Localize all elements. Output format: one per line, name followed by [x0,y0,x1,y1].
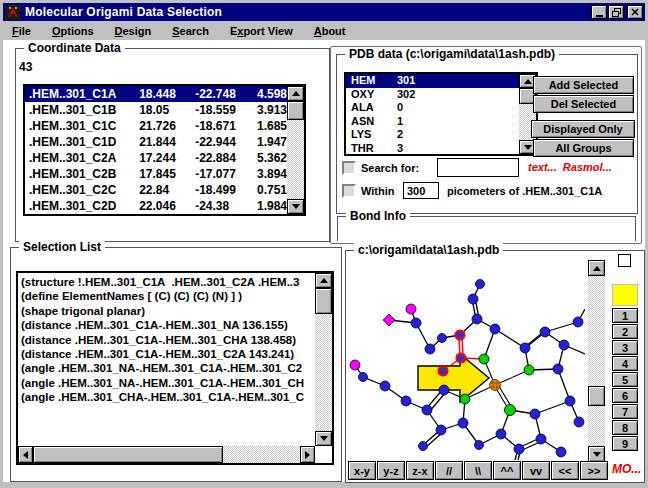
coordinate-row[interactable]: .HEM..301_C2B17.845-17.0773.894 [25,166,287,182]
layer-button-8[interactable]: 8 [612,420,638,435]
menu-about[interactable]: About [314,25,346,37]
search-for-checkbox[interactable] [342,161,356,175]
scroll-thumb[interactable] [588,386,605,406]
arrow-right-icon [305,451,310,459]
arrow-up-icon [593,266,601,271]
restore-icon [612,8,621,17]
selection-v-scrollbar[interactable] [315,273,332,446]
selection-line[interactable]: (distance .HEM..301_C1A-.HEM..301_C2A 14… [21,347,315,361]
view-button-vv[interactable]: vv [522,461,550,480]
app-window: { "window": { "title": "Molecular Origam… [0,0,648,488]
scroll-thumb[interactable] [287,101,304,120]
menu-file[interactable]: File [12,25,31,37]
view-button-[interactable]: << [551,461,579,480]
menu-search[interactable]: Search [172,25,209,37]
pdb-row[interactable]: OXY302 [346,88,519,102]
scroll-down-button[interactable] [315,431,332,446]
pdb-row[interactable]: HEM301 [346,74,519,88]
arrow-down-icon [320,436,328,441]
menu-export-view[interactable]: Export View [230,25,293,37]
displayed-only-button[interactable]: Displayed Only [531,120,635,138]
title-bar[interactable]: Molecular Origami Data Selection [3,3,645,21]
coordinate-row[interactable]: .HEM..301_C2D22.046-24.381.984 [25,198,287,214]
view-button-yz[interactable]: y-z [377,461,405,480]
pdb-row[interactable]: ASN1 [346,115,519,129]
pdb-row[interactable]: THR3 [346,142,519,156]
minimize-button[interactable] [591,5,607,19]
selection-list[interactable]: (structure !.HEM..301_C1A .HEM..301_C2A … [16,271,334,465]
search-input[interactable] [437,158,519,177]
viewer-checkbox[interactable] [618,254,631,267]
selection-list-title: Selection List [19,240,105,254]
layer-button-7[interactable]: 7 [612,404,638,419]
coordinate-row[interactable]: .HEM..301_C1B18.05-18.5593.913 [25,102,287,118]
scroll-left-button[interactable] [18,446,33,463]
coordinate-row[interactable]: .HEM..301_C1C21.726-18.6711.685 [25,118,287,134]
view-button-zx[interactable]: z-x [406,461,434,480]
scroll-right-button[interactable] [300,446,315,463]
scroll-thumb[interactable] [33,446,223,463]
pdb-row[interactable]: LYS2 [346,128,519,142]
view-button-[interactable]: >> [580,461,608,480]
selection-line[interactable]: (define ElementNames [ (C) (C) (C) (N) ]… [21,289,315,303]
arrow-up-icon [320,278,328,283]
close-icon [631,8,639,16]
selection-lines: (structure !.HEM..301_C1A .HEM..301_C2A … [21,275,315,446]
add-selected-button[interactable]: Add Selected [533,76,634,94]
pdb-row[interactable]: ALA0 [346,101,519,115]
molecule-canvas[interactable] [349,262,585,460]
pdb-list[interactable]: HEM301OXY302ALA0ASN1LYS2THR3 [344,72,538,156]
selection-line[interactable]: (structure !.HEM..301_C1A .HEM..301_C2A … [21,275,315,289]
view-button-[interactable]: // [435,461,463,480]
selection-line[interactable]: (angle .HEM..301_NA-.HEM..301_C1A-.HEM..… [21,361,315,375]
coordinate-list[interactable]: .HEM..301_C1A18.448-22.7484.598.HEM..301… [23,84,306,216]
scroll-down-button[interactable] [287,199,304,214]
within-checkbox[interactable] [342,184,356,198]
close-button[interactable] [627,5,643,19]
selection-line[interactable]: (angle .HEM..301_NA-.HEM..301_C1A-.HEM..… [21,376,315,390]
mo-label: MO... [612,462,641,476]
menu-options[interactable]: Options [52,25,94,37]
scroll-down-button[interactable] [588,446,605,462]
molecule-diagram [349,262,585,460]
selection-line[interactable]: (distance .HEM..301_C1A-.HEM..301_CHA 13… [21,333,315,347]
arrow-down-icon [292,204,300,209]
del-selected-button[interactable]: Del Selected [533,95,634,113]
coordinate-scrollbar[interactable] [287,86,304,214]
color-swatch[interactable] [612,284,638,306]
view-button-[interactable]: ^^ [493,461,521,480]
selection-line[interactable]: (shape trigonal planar) [21,304,315,318]
scroll-up-button[interactable] [588,260,605,276]
layer-button-6[interactable]: 6 [612,388,638,403]
arrow-down-icon [593,452,601,457]
layer-button-3[interactable]: 3 [612,340,638,355]
layer-button-4[interactable]: 4 [612,356,638,371]
window-controls [591,5,643,19]
restore-button[interactable] [608,5,624,19]
scroll-thumb[interactable] [315,288,332,314]
scroll-up-button[interactable] [287,86,304,101]
arrow-down-icon [524,145,532,150]
layer-button-5[interactable]: 5 [612,372,638,387]
within-value-input[interactable] [403,182,439,199]
layer-button-2[interactable]: 2 [612,324,638,339]
selection-line[interactable]: (distance .HEM..301_C1A-.HEM..301_NA 136… [21,318,315,332]
selection-line[interactable]: (angle .HEM..301_CHA-.HEM..301_C1A-.HEM.… [21,390,315,404]
scroll-up-button[interactable] [315,273,332,288]
coordinate-row[interactable]: .HEM..301_C2A17.244-22.8845.362 [25,150,287,166]
view-button-[interactable]: \\ [464,461,492,480]
viewer-scrollbar[interactable] [588,260,605,462]
selection-h-scrollbar[interactable] [18,446,315,463]
view-button-xy[interactable]: x-y [348,461,376,480]
bond-info-title: Bond Info [346,209,410,223]
menu-design[interactable]: Design [115,25,152,37]
coordinate-row[interactable]: .HEM..301_C1A18.448-22.7484.598 [25,86,287,102]
layer-button-9[interactable]: 9 [612,436,638,451]
coordinate-row[interactable]: .HEM..301_C2C22.84-18.4990.751 [25,182,287,198]
viewer-title: c:\origami\data\1ash.pdb [354,243,503,257]
within-label: Within [361,185,395,197]
layer-button-1[interactable]: 1 [612,308,638,323]
coordinate-row[interactable]: .HEM..301_C1D21.844-22.9441.947 [25,134,287,150]
all-groups-button[interactable]: All Groups [533,139,634,157]
layer-buttons: 123456789 [612,308,638,452]
